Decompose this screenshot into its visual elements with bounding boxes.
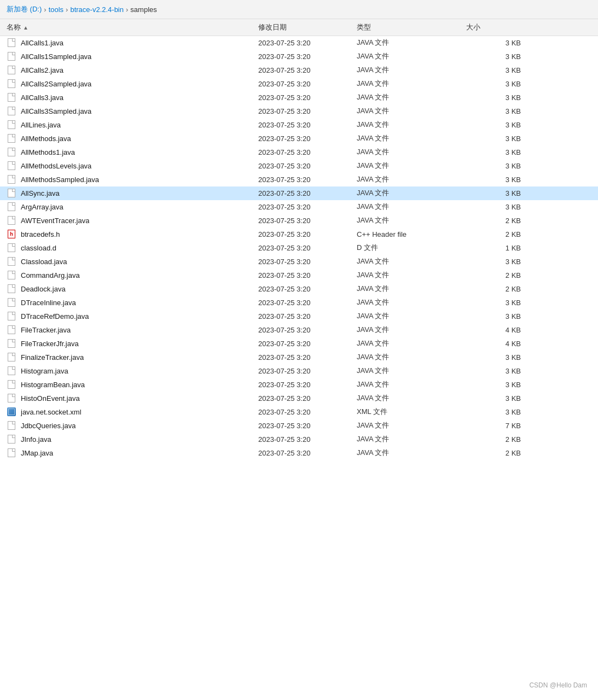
file-type: C++ Header file (357, 230, 466, 238)
file-date: 2023-07-25 3:20 (258, 394, 357, 402)
table-row[interactable]: JMap.java 2023-07-25 3:20 JAVA 文件 2 KB (0, 446, 598, 460)
doc-file-icon (8, 79, 15, 88)
file-date: 2023-07-25 3:20 (258, 94, 357, 102)
table-row[interactable]: Deadlock.java 2023-07-25 3:20 JAVA 文件 2 … (0, 282, 598, 296)
file-icon (7, 51, 16, 61)
table-row[interactable]: HistogramBean.java 2023-07-25 3:20 JAVA … (0, 378, 598, 392)
file-icon (7, 147, 16, 157)
file-size: 4 KB (466, 340, 532, 348)
file-date: 2023-07-25 3:20 (258, 326, 357, 334)
table-row[interactable]: AllMethods1.java 2023-07-25 3:20 JAVA 文件… (0, 145, 598, 159)
table-row[interactable]: classload.d 2023-07-25 3:20 D 文件 1 KB (0, 241, 598, 255)
file-date: 2023-07-25 3:20 (258, 66, 357, 74)
table-row[interactable]: AllCalls3.java 2023-07-25 3:20 JAVA 文件 3… (0, 91, 598, 104)
table-row[interactable]: java.net.socket.xml 2023-07-25 3:20 XML … (0, 405, 598, 419)
table-row[interactable]: AllCalls2.java 2023-07-25 3:20 JAVA 文件 3… (0, 63, 598, 77)
file-icon (7, 120, 16, 130)
column-date[interactable]: 修改日期 (258, 22, 357, 32)
file-name-cell: Classload.java (7, 256, 258, 266)
file-date: 2023-07-25 3:20 (258, 39, 357, 47)
table-row[interactable]: AllMethodsSampled.java 2023-07-25 3:20 J… (0, 173, 598, 186)
file-name-cell: JMap.java (7, 448, 258, 458)
table-row[interactable]: AWTEventTracer.java 2023-07-25 3:20 JAVA… (0, 214, 598, 228)
doc-file-icon (8, 339, 15, 348)
table-row[interactable]: FinalizeTracker.java 2023-07-25 3:20 JAV… (0, 351, 598, 364)
file-type: JAVA 文件 (357, 174, 466, 184)
file-name: btracedefs.h (21, 230, 60, 238)
file-type: JAVA 文件 (357, 215, 466, 225)
file-date: 2023-07-25 3:20 (258, 80, 357, 88)
file-icon (7, 448, 16, 458)
file-icon (7, 434, 16, 444)
table-row[interactable]: HistoOnEvent.java 2023-07-25 3:20 JAVA 文… (0, 392, 598, 405)
table-row[interactable]: FileTracker.java 2023-07-25 3:20 JAVA 文件… (0, 323, 598, 337)
doc-file-icon (8, 93, 15, 102)
column-type[interactable]: 类型 (357, 22, 466, 32)
table-row[interactable]: AllSync.java 2023-07-25 3:20 JAVA 文件 3 K… (0, 186, 598, 200)
breadcrumb: 新加卷 (D:) › tools › btrace-v2.2.4-bin › s… (0, 0, 598, 19)
table-row[interactable]: CommandArg.java 2023-07-25 3:20 JAVA 文件 … (0, 269, 598, 282)
table-row[interactable]: DTraceRefDemo.java 2023-07-25 3:20 JAVA … (0, 310, 598, 323)
file-icon (7, 188, 16, 198)
doc-file-icon (8, 66, 15, 74)
file-type: JAVA 文件 (357, 38, 466, 48)
file-icon (7, 284, 16, 294)
table-row[interactable]: Histogram.java 2023-07-25 3:20 JAVA 文件 3… (0, 364, 598, 378)
file-name: JInfo.java (21, 435, 51, 444)
table-row[interactable]: FileTrackerJfr.java 2023-07-25 3:20 JAVA… (0, 337, 598, 351)
file-name: AllMethodsLevels.java (21, 162, 91, 170)
file-icon (7, 393, 16, 403)
table-row[interactable]: AllCalls1.java 2023-07-25 3:20 JAVA 文件 3… (0, 36, 598, 50)
file-size: 3 KB (466, 39, 532, 47)
file-type: JAVA 文件 (357, 298, 466, 307)
file-size: 3 KB (466, 312, 532, 320)
doc-file-icon (8, 284, 15, 293)
file-date: 2023-07-25 3:20 (258, 176, 357, 184)
breadcrumb-btrace[interactable]: btrace-v2.2.4-bin (70, 5, 124, 14)
file-size: 3 KB (466, 408, 532, 416)
file-size: 3 KB (466, 162, 532, 170)
breadcrumb-sep-1: › (44, 5, 46, 14)
file-icon (7, 133, 16, 143)
table-row[interactable]: AllCalls3Sampled.java 2023-07-25 3:20 JA… (0, 104, 598, 118)
table-row[interactable]: h btracedefs.h 2023-07-25 3:20 C++ Heade… (0, 228, 598, 241)
file-icon: h (7, 229, 16, 239)
file-type: JAVA 文件 (357, 421, 466, 430)
file-name-cell: java.net.socket.xml (7, 407, 258, 417)
column-name[interactable]: 名称 ▲ (7, 22, 258, 32)
doc-file-icon (8, 107, 15, 115)
file-size: 7 KB (466, 422, 532, 430)
table-row[interactable]: AllCalls2Sampled.java 2023-07-25 3:20 JA… (0, 77, 598, 91)
file-icon (7, 38, 16, 48)
file-date: 2023-07-25 3:20 (258, 422, 357, 430)
column-size[interactable]: 大小 (466, 22, 532, 32)
file-date: 2023-07-25 3:20 (258, 244, 357, 252)
file-type: JAVA 文件 (357, 256, 466, 266)
file-name: java.net.socket.xml (21, 408, 82, 416)
table-row[interactable]: ArgArray.java 2023-07-25 3:20 JAVA 文件 3 … (0, 200, 598, 214)
table-row[interactable]: JInfo.java 2023-07-25 3:20 JAVA 文件 2 KB (0, 433, 598, 446)
file-name-cell: AllCalls2.java (7, 65, 258, 75)
file-name-cell: AllMethods.java (7, 133, 258, 143)
table-row[interactable]: AllMethodsLevels.java 2023-07-25 3:20 JA… (0, 159, 598, 173)
file-type: JAVA 文件 (357, 270, 466, 280)
file-type: JAVA 文件 (357, 79, 466, 89)
table-row[interactable]: Classload.java 2023-07-25 3:20 JAVA 文件 3… (0, 255, 598, 269)
file-name: AllLines.java (21, 121, 61, 129)
table-row[interactable]: AllLines.java 2023-07-25 3:20 JAVA 文件 3 … (0, 118, 598, 132)
breadcrumb-drive[interactable]: 新加卷 (D:) (7, 4, 42, 14)
table-row[interactable]: DTraceInline.java 2023-07-25 3:20 JAVA 文… (0, 296, 598, 310)
file-icon (7, 270, 16, 280)
table-row[interactable]: AllMethods.java 2023-07-25 3:20 JAVA 文件 … (0, 132, 598, 145)
file-icon (7, 243, 16, 253)
file-size: 2 KB (466, 271, 532, 279)
table-row[interactable]: AllCalls1Sampled.java 2023-07-25 3:20 JA… (0, 50, 598, 63)
file-date: 2023-07-25 3:20 (258, 449, 357, 457)
file-icon (7, 215, 16, 225)
breadcrumb-tools[interactable]: tools (49, 5, 63, 14)
file-date: 2023-07-25 3:20 (258, 258, 357, 266)
file-date: 2023-07-25 3:20 (258, 107, 357, 115)
file-name-cell: JdbcQueries.java (7, 421, 258, 430)
file-name: AllSync.java (21, 189, 60, 197)
table-row[interactable]: JdbcQueries.java 2023-07-25 3:20 JAVA 文件… (0, 419, 598, 433)
